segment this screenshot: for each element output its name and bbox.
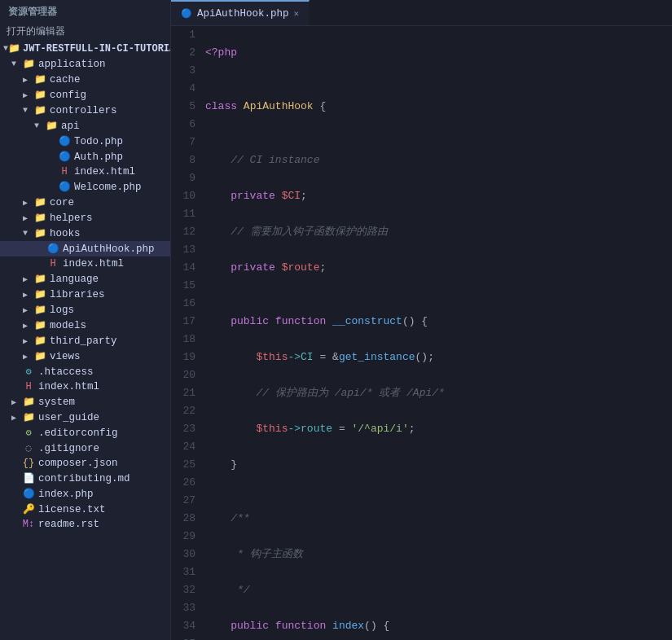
sidebar-item-cache[interactable]: ▶ 📁 cache bbox=[0, 72, 170, 87]
sidebar-item-hooks[interactable]: ▼ 📁 hooks bbox=[0, 226, 170, 241]
tab-label: ApiAuthHook.php bbox=[197, 8, 289, 20]
sidebar-item-system[interactable]: ▶ 📁 system bbox=[0, 394, 170, 410]
sidebar-item-readme-rst[interactable]: ▶ M↕ readme.rst bbox=[0, 517, 170, 532]
sidebar-item-auth-php[interactable]: ▶ 🔵 Auth.php bbox=[0, 149, 170, 164]
sidebar-item-composer-json[interactable]: ▶ {} composer.json bbox=[0, 456, 170, 471]
sidebar-item-logs[interactable]: ▶ 📁 logs bbox=[0, 302, 170, 318]
sidebar-item-helpers[interactable]: ▶ 📁 helpers bbox=[0, 210, 170, 226]
tab-apiauthook[interactable]: 🔵 ApiAuthHook.php ✕ bbox=[171, 0, 310, 25]
sidebar-item-welcome-php[interactable]: ▶ 🔵 Welcome.php bbox=[0, 179, 170, 195]
tab-close-button[interactable]: ✕ bbox=[294, 8, 300, 19]
sidebar-item-editorconfig[interactable]: ▶ ⚙ .editorconfig bbox=[0, 425, 170, 441]
sidebar-item-third-party[interactable]: ▶ 📁 third_party bbox=[0, 333, 170, 348]
sidebar-item-license-txt[interactable]: ▶ 🔑 license.txt bbox=[0, 502, 170, 517]
sidebar-item-index-php-root[interactable]: ▶ 🔵 index.php bbox=[0, 486, 170, 502]
sidebar-item-index-html-root[interactable]: ▶ H index.html bbox=[0, 379, 170, 394]
sidebar-item-contributing-md[interactable]: ▶ 📄 contributing.md bbox=[0, 471, 170, 486]
sidebar-item-models[interactable]: ▶ 📁 models bbox=[0, 318, 170, 333]
sidebar-item-core[interactable]: ▶ 📁 core bbox=[0, 195, 170, 210]
sidebar-item-user-guide[interactable]: ▶ 📁 user_guide bbox=[0, 410, 170, 425]
tab-bar: 🔵 ApiAuthHook.php ✕ bbox=[171, 0, 672, 26]
sidebar-item-htaccess[interactable]: ▶ ⚙ .htaccess bbox=[0, 364, 170, 379]
project-folder-icon: 📁 bbox=[8, 42, 20, 55]
sidebar-item-controllers[interactable]: ▼ 📁 controllers bbox=[0, 103, 170, 118]
line-numbers: 12345 678910 1112131415 1617181920 21222… bbox=[171, 26, 202, 640]
sidebar-item-libraries[interactable]: ▶ 📁 libraries bbox=[0, 287, 170, 302]
sidebar-item-config[interactable]: ▶ 📁 config bbox=[0, 87, 170, 103]
project-root[interactable]: ▼ 📁 JWT-RESTFULL-IN-CI-TUTORIAL bbox=[0, 41, 170, 56]
sidebar-item-index-html-1[interactable]: ▶ H index.html bbox=[0, 164, 170, 179]
sidebar: 资源管理器 打开的编辑器 ▼ 📁 JWT-RESTFULL-IN-CI-TUTO… bbox=[0, 0, 171, 640]
sidebar-item-index-html-hooks[interactable]: ▶ H index.html bbox=[0, 256, 170, 271]
sidebar-item-views[interactable]: ▶ 📁 views bbox=[0, 348, 170, 364]
code-content: <?php class ApiAuthHook { // CI instance… bbox=[202, 26, 672, 640]
open-editors-header[interactable]: 打开的编辑器 bbox=[0, 22, 170, 41]
tab-php-icon: 🔵 bbox=[181, 8, 192, 19]
sidebar-title: 资源管理器 bbox=[0, 0, 170, 22]
sidebar-item-todo-php[interactable]: ▶ 🔵 Todo.php bbox=[0, 134, 170, 149]
sidebar-item-gitignore[interactable]: ▶ ◌ .gitignore bbox=[0, 441, 170, 456]
project-name: JWT-RESTFULL-IN-CI-TUTORIAL bbox=[23, 43, 171, 55]
code-area[interactable]: 12345 678910 1112131415 1617181920 21222… bbox=[171, 26, 672, 640]
sidebar-item-api[interactable]: ▼ 📁 api bbox=[0, 118, 170, 134]
sidebar-item-apiauthook-php[interactable]: ▶ 🔵 ApiAuthHook.php bbox=[0, 241, 170, 256]
sidebar-item-language[interactable]: ▶ 📁 language bbox=[0, 271, 170, 287]
main-editor-area: 🔵 ApiAuthHook.php ✕ 12345 678910 1112131… bbox=[171, 0, 672, 640]
sidebar-item-application[interactable]: ▼ 📁 application bbox=[0, 56, 170, 72]
